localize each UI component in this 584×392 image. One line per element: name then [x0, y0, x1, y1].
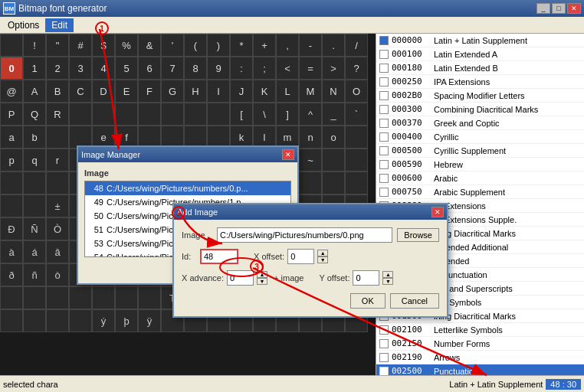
char-cell[interactable]: 6	[138, 57, 161, 80]
char-cell[interactable]: ñ	[23, 263, 46, 286]
add-image-ok-button[interactable]: OK	[350, 293, 386, 309]
char-cell[interactable]: +	[253, 34, 276, 57]
char-cell[interactable]	[69, 103, 92, 126]
yoffset-up[interactable]: ▲	[382, 271, 393, 278]
char-cell[interactable]	[299, 172, 322, 194]
xadvance-input[interactable]	[227, 270, 254, 286]
char-cell[interactable]	[69, 309, 92, 332]
unicode-checkbox[interactable]	[379, 146, 389, 155]
char-cell[interactable]: \	[253, 103, 276, 126]
char-cell[interactable]	[0, 34, 23, 57]
char-cell[interactable]: Ð	[0, 217, 23, 240]
unicode-checkbox[interactable]	[379, 77, 389, 87]
unicode-item[interactable]: 002190 Arrows	[376, 351, 584, 364]
char-cell[interactable]	[322, 172, 345, 194]
char-cell[interactable]: ò	[46, 263, 69, 286]
char-cell[interactable]: ~	[299, 149, 322, 172]
char-cell[interactable]: '	[161, 34, 184, 57]
unicode-checkbox[interactable]	[379, 50, 389, 59]
char-cell[interactable]	[46, 172, 69, 194]
unicode-checkbox[interactable]	[379, 367, 389, 376]
char-cell[interactable]	[23, 286, 46, 309]
id-input[interactable]	[200, 249, 238, 264]
char-cell[interactable]: 3	[69, 57, 92, 80]
unicode-item[interactable]: 000180 Latin Extended B	[376, 61, 584, 75]
char-cell[interactable]	[345, 126, 368, 149]
char-cell[interactable]: R	[46, 103, 69, 126]
xoffset-down[interactable]: ▼	[317, 256, 328, 263]
xoffset-spinner[interactable]: ▲ ▼	[317, 250, 328, 263]
xoffset-input[interactable]	[287, 249, 314, 264]
xadvance-down[interactable]: ▼	[257, 278, 267, 285]
char-cell[interactable]: ý	[92, 309, 115, 332]
char-cell[interactable]: á	[23, 240, 46, 263]
unicode-item[interactable]: 000300 Combining Diacritical Marks	[376, 103, 584, 116]
char-cell[interactable]	[92, 286, 115, 309]
char-cell[interactable]: P	[0, 103, 23, 126]
char-cell[interactable]: ^	[299, 103, 322, 126]
char-cell[interactable]	[23, 194, 46, 217]
char-cell[interactable]: ,	[276, 34, 299, 57]
char-cell[interactable]: M	[299, 80, 322, 103]
unicode-checkbox[interactable]	[379, 353, 389, 362]
close-button[interactable]: ✕	[567, 3, 581, 14]
unicode-item[interactable]: 000590 Hebrew	[376, 158, 584, 172]
char-cell[interactable]	[46, 286, 69, 309]
unicode-item[interactable]: 000500 Cyrillic Supplement	[376, 144, 584, 158]
xoffset-up[interactable]: ▲	[317, 250, 328, 256]
char-cell[interactable]: `	[345, 103, 368, 126]
unicode-item[interactable]: 000600 Arabic	[376, 172, 584, 185]
char-cell[interactable]: H	[184, 80, 207, 103]
char-cell[interactable]: /	[345, 34, 368, 57]
char-cell[interactable]: ]	[276, 103, 299, 126]
char-cell[interactable]: %	[115, 34, 138, 57]
char-cell[interactable]: D	[92, 80, 115, 103]
char-cell[interactable]	[0, 309, 23, 332]
char-cell[interactable]: N	[322, 80, 345, 103]
char-cell[interactable]	[161, 103, 184, 126]
char-cell[interactable]	[345, 172, 368, 194]
char-cell[interactable]: 7	[161, 57, 184, 80]
unicode-item[interactable]: 000250 IPA Extensions	[376, 75, 584, 89]
yoffset-input[interactable]	[353, 270, 379, 286]
char-cell[interactable]: 1	[23, 57, 46, 80]
char-cell[interactable]	[207, 103, 230, 126]
xadvance-spinner[interactable]: ▲ ▼	[257, 271, 267, 285]
add-image-cancel-button[interactable]: Cancel	[390, 293, 439, 309]
char-cell[interactable]: n	[299, 126, 322, 149]
menu-options[interactable]: Options	[2, 18, 45, 32]
unicode-checkbox[interactable]	[379, 188, 389, 197]
unicode-checkbox[interactable]	[379, 174, 389, 183]
char-cell[interactable]: !	[23, 34, 46, 57]
char-cell[interactable]: 2	[46, 57, 69, 80]
char-cell[interactable]: *	[230, 34, 253, 57]
char-cell[interactable]	[23, 172, 46, 194]
char-cell[interactable]: ;	[253, 57, 276, 80]
unicode-item[interactable]: 000400 Cyrillic	[376, 130, 584, 144]
char-cell[interactable]: r	[46, 149, 69, 172]
char-cell[interactable]	[115, 286, 138, 309]
char-cell[interactable]: ±	[46, 194, 69, 217]
char-cell[interactable]: b	[23, 126, 46, 149]
char-cell[interactable]	[92, 103, 115, 126]
char-cell[interactable]: (	[184, 34, 207, 57]
char-cell[interactable]: -	[299, 34, 322, 57]
char-cell[interactable]	[23, 309, 46, 332]
char-cell[interactable]: 8	[184, 57, 207, 80]
char-cell[interactable]: =	[299, 57, 322, 80]
menu-edit[interactable]: Edit	[45, 18, 74, 32]
char-cell[interactable]	[46, 126, 69, 149]
unicode-checkbox[interactable]	[379, 91, 389, 100]
char-cell[interactable]: q	[23, 149, 46, 172]
char-cell[interactable]: "	[46, 34, 69, 57]
char-cell[interactable]	[69, 286, 92, 309]
yoffset-down[interactable]: ▼	[382, 278, 393, 285]
char-cell[interactable]	[46, 309, 69, 332]
char-cell[interactable]: ÿ	[138, 309, 161, 332]
unicode-checkbox[interactable]	[379, 119, 389, 128]
char-cell[interactable]: :	[230, 57, 253, 80]
char-cell[interactable]: &	[138, 34, 161, 57]
char-cell[interactable]: ?	[345, 57, 368, 80]
char-cell[interactable]	[138, 286, 161, 309]
char-cell[interactable]: G	[161, 80, 184, 103]
